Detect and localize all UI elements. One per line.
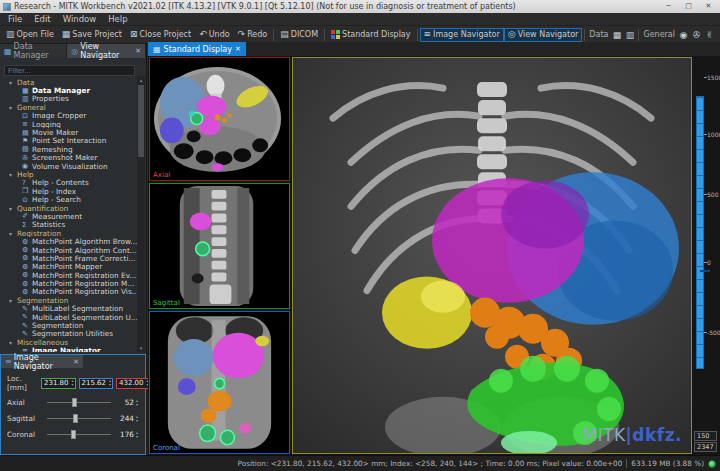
plugin-tabbar: ▦Data Manager◎View Navigator✕ [0,44,146,58]
close-button[interactable]: ✕ [700,0,717,13]
spin-down-icon[interactable]: ▾ [72,383,74,387]
tree-item-matchpoint-algorithm-brow[interactable]: ⚙MatchPoint Algorithm Brow... [0,237,137,245]
tree-category-quantification[interactable]: ▾Quantification [0,204,137,212]
scrollbar-thumb[interactable] [138,85,144,157]
tree-item-data-manager[interactable]: ▦Data Manager [0,86,137,94]
tree-item-matchpoint-algorithm-cont[interactable]: ⚙MatchPoint Algorithm Cont... [0,246,137,254]
spin-down-icon[interactable]: ▾ [136,403,138,407]
coronal-slider[interactable] [47,434,111,435]
tab-data-manager[interactable]: ▦Data Manager [0,44,67,58]
camera-icon: ✇ [22,154,32,162]
tree-item-movie-maker[interactable]: ▤Movie Maker [0,128,137,136]
slider-handle[interactable] [71,430,76,439]
tree-category-data[interactable]: ▾Data [0,78,137,86]
tab-view-navigator[interactable]: ◎View Navigator✕ [67,44,146,58]
viewport-label-coronal: Coronal [153,444,180,452]
axial-slider[interactable] [47,402,111,403]
tree-item-help-contents[interactable]: ?Help - Contents [0,179,137,187]
tree-category-registration[interactable]: ▾Registration [0,229,137,237]
tree-item-screenshot-maker[interactable]: ✇Screenshot Maker [0,154,137,162]
viewport-3d[interactable]: MITK|dkfz. [292,57,692,454]
save-project-button[interactable]: ▦Save Project [58,28,126,42]
level-window-slider[interactable] [696,96,704,369]
viewport-sagittal[interactable]: Sagittal [149,183,290,309]
viewport-coronal[interactable]: Coronal [149,311,290,454]
close-project-button[interactable]: ⊠Close Project [126,28,195,42]
tree-scrollbar[interactable]: ▴ ▾ [137,76,145,352]
spin-arrows[interactable]: ▴▾ [71,379,75,387]
tree-item-multilabel-segmentation[interactable]: ✎MultiLabel Segmentation [0,305,137,313]
tree-category-segmentation[interactable]: ▾Segmentation [0,296,137,304]
menu-item-help[interactable]: Help [102,14,133,24]
eye-button[interactable]: ◉ [677,28,690,42]
table-icon: ▦ [4,47,12,56]
tree-item-help-search[interactable]: ⊙Help - Search [0,195,137,203]
tree-item-multilabel-segmentation-u[interactable]: ✎MultiLabel Segmentation U... [0,313,137,321]
standard-display-button[interactable]: Standard Display [327,28,414,42]
tree-item-statistics[interactable]: ΣStatistics [0,221,137,229]
spin-arrows[interactable]: ▴▾ [135,399,139,407]
tab-image-navigator[interactable]: ≡ Image Navigator ✕ [1,355,83,368]
tab-standard-display[interactable]: ▦ Standard Display ✕ [148,42,246,56]
tree-item-logging[interactable]: ≡Logging [0,120,137,128]
close-icon[interactable]: ✕ [135,47,141,55]
tree-item-image-cropper[interactable]: ⊡Image Cropper [0,112,137,120]
loc-spinbox-1[interactable]: 215.62▴▾ [79,378,114,389]
tree-category-help[interactable]: ▾Help [0,170,137,178]
pin-button[interactable]: ⚑ [716,28,720,42]
view-navigator-button[interactable]: ◎View Navigator [504,28,583,42]
sagittal-slider[interactable] [47,418,111,419]
undo-button[interactable]: ↶Undo [195,28,233,42]
loc-spinbox-0[interactable]: 231.80▴▾ [41,378,76,389]
tree-item-help-index[interactable]: ❐Help - Index [0,187,137,195]
camera-button[interactable]: ✇ [690,28,703,42]
tree-item-measurement[interactable]: ✐Measurement [0,212,137,220]
tree-item-properties[interactable]: ▥Properties [0,95,137,103]
tab-label: Image Navigator [14,353,69,371]
hand-button[interactable]: ✌ [703,28,716,42]
spin-arrows[interactable]: ▴▾ [108,379,112,387]
minimize-button[interactable]: ─ [660,0,677,13]
menu-item-file[interactable]: File [2,14,28,24]
filter-input[interactable] [4,65,135,76]
tree-item-matchpoint-registration-vis[interactable]: ⚙MatchPoint Registration Vis... [0,288,137,296]
title-bar: Research - MITK Workbench v2021.02 [ITK … [0,0,720,13]
tree-item-image-navigator[interactable]: ≡Image Navigator [0,347,137,353]
open-file-button[interactable]: ▥Open File [2,28,58,42]
loc-spinbox-2[interactable]: 432.00▴▾ [116,378,151,389]
tree-item-remeshing[interactable]: ▧Remeshing [0,145,137,153]
tree-item-matchpoint-registration-ev[interactable]: ⚙MatchPoint Registration Ev... [0,271,137,279]
slider-handle[interactable] [72,398,77,407]
tree-item-volume-visualization[interactable]: ◉Volume Visualization [0,162,137,170]
dicom-button[interactable]: ▤DICOM [276,28,322,42]
tree-item-matchpoint-registration-m[interactable]: ⚙MatchPoint Registration M... [0,279,137,287]
redo-button[interactable]: ↷Redo [234,28,272,42]
spin-down-icon[interactable]: ▾ [136,419,138,423]
table-button[interactable]: ▦ [610,28,623,42]
viewport-label-sagittal: Sagittal [153,299,180,307]
tree-category-miscellaneous[interactable]: ▾Miscellaneous [0,338,137,346]
viewport-axial[interactable]: Axial [149,57,290,181]
image-navigator-button[interactable]: ≡Image Navigator [420,28,504,42]
tree-item-segmentation[interactable]: ✎Segmentation [0,321,137,329]
menu-item-edit[interactable]: Edit [28,14,56,24]
spin-down-icon[interactable]: ▾ [136,435,138,439]
table-icon: ▦ [22,87,32,95]
tree-item-segmentation-utilities[interactable]: ✎Segmentation Utilities [0,330,137,338]
maximize-button[interactable]: □ [680,0,697,13]
spin-arrows[interactable]: ▴▾ [135,415,139,423]
level-marker[interactable] [700,270,710,272]
close-icon[interactable]: ✕ [235,45,241,53]
spin-arrows[interactable]: ▴▾ [135,431,139,439]
menu-item-window[interactable]: Window [57,14,103,24]
tree-item-matchpoint-frame-correcti[interactable]: ⚙MatchPoint Frame Correcti... [0,254,137,262]
slider-handle[interactable] [73,414,78,423]
scroll-down-icon[interactable]: ▾ [137,344,145,352]
scroll-up-icon[interactable]: ▴ [137,76,145,84]
tree-item-matchpoint-mapper[interactable]: ⚙MatchPoint Mapper [0,263,137,271]
tree-category-general[interactable]: ▾General [0,103,137,111]
spin-down-icon[interactable]: ▾ [109,383,111,387]
close-icon[interactable]: ✕ [73,358,79,366]
tree-item-point-set-interaction[interactable]: ⚑Point Set Interaction [0,137,137,145]
properties-button[interactable]: ▥ [623,28,636,42]
